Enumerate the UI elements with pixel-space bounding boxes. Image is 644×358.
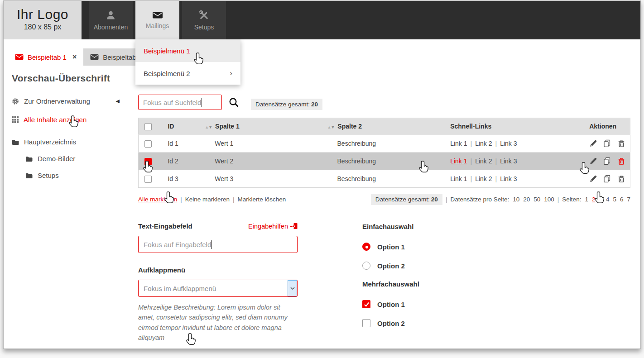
radio-label: Option 2 xyxy=(377,262,405,270)
text-input[interactable]: Fokus auf Eingabefeld xyxy=(138,236,298,253)
logo: Ihr Logo 180 x 85 px xyxy=(4,1,82,39)
delete-icon-hovered[interactable] xyxy=(617,157,625,165)
separator: | xyxy=(233,196,235,203)
per-page-label: Datensätze pro Seite: xyxy=(450,196,509,203)
main-panel: Fokus auf Suchfeld Datensätze gesamt:20 … xyxy=(134,66,640,349)
page-number[interactable]: 1 xyxy=(585,196,588,203)
logo-subtitle: 180 x 85 px xyxy=(4,23,82,31)
page-number[interactable]: 3 xyxy=(599,196,602,203)
input-helper-link[interactable]: Eingabehilfen xyxy=(248,223,298,230)
main-nav: Abonnenten Mailings Setups xyxy=(89,1,226,39)
delete-marked-link[interactable]: Markierte löschen xyxy=(238,196,286,203)
grid-icon xyxy=(12,116,19,123)
table-row[interactable]: Id 1 Wert 1 Beschreibung Link 1|Link 2|L… xyxy=(139,135,630,153)
envelope-icon xyxy=(152,11,163,19)
separator: | xyxy=(495,175,497,182)
close-icon[interactable]: × xyxy=(72,53,77,61)
nav-item-abonnenten[interactable]: Abonnenten xyxy=(89,1,133,39)
page-number[interactable]: 7 xyxy=(627,196,630,203)
quick-link-hovered[interactable]: Link 1 xyxy=(450,158,467,165)
separator: | xyxy=(495,158,497,165)
edit-icon[interactable] xyxy=(589,175,597,183)
per-page-option[interactable]: 20 xyxy=(523,196,530,203)
check-icon xyxy=(364,302,370,307)
copy-icon[interactable] xyxy=(603,175,611,183)
sort-arrows-icon[interactable]: ▲▼ xyxy=(327,125,335,129)
pagination: Datensätze gesamt:20 | Datensätze pro Se… xyxy=(371,194,630,205)
delete-icon[interactable] xyxy=(617,175,625,183)
menu-item-label: Beispielmenü 2 xyxy=(144,70,190,77)
table-row-selected[interactable]: Id 2 Wert 2 Beschreibung Link 1|Link 2|L… xyxy=(139,153,630,170)
quick-link[interactable]: Link 2 xyxy=(475,140,492,147)
quick-link[interactable]: Link 1 xyxy=(450,175,467,182)
sort-arrows-icon[interactable]: ▲▼ xyxy=(205,125,212,129)
collapse-arrow-icon[interactable]: ◀ xyxy=(116,98,120,104)
radio-option-2[interactable]: Option 2 xyxy=(362,261,419,270)
per-page-option[interactable]: 50 xyxy=(533,196,540,203)
search-icon[interactable] xyxy=(229,97,239,108)
checkbox-checked[interactable] xyxy=(362,300,370,308)
nav-item-setups[interactable]: Setups xyxy=(182,1,226,39)
copy-icon[interactable] xyxy=(603,157,611,165)
menu-item-beispielmenu-2[interactable]: Beispielmenü 2 › xyxy=(135,62,240,85)
copy-icon[interactable] xyxy=(603,139,611,148)
tab-beispieltab-1[interactable]: Beispieltab 1 × xyxy=(8,48,83,66)
record-count-value: 20 xyxy=(431,196,438,203)
quick-link[interactable]: Link 2 xyxy=(475,158,492,165)
edit-icon[interactable] xyxy=(589,157,597,165)
page-number[interactable]: 4 xyxy=(606,196,610,203)
sidebar-item-alle-inhalte[interactable]: Alle Inhalte anzeigen xyxy=(12,116,120,124)
record-count-label: Datensätze gesamt: xyxy=(255,101,310,108)
delete-icon[interactable] xyxy=(617,139,625,148)
column-header-spalte2[interactable]: ▲▼Spalte 2 xyxy=(322,118,450,135)
checkbox-option-2[interactable]: Option 2 xyxy=(362,319,419,328)
quick-link[interactable]: Link 3 xyxy=(500,175,517,182)
page-number[interactable]: 6 xyxy=(620,196,624,203)
quick-link[interactable]: Link 3 xyxy=(500,140,517,147)
nav-label: Setups xyxy=(194,24,214,31)
sidebar-item-ordnerverwaltung[interactable]: Zur Ordnerverwaltung ◀ xyxy=(12,97,120,105)
quick-link[interactable]: Link 2 xyxy=(475,175,492,182)
select-none-link[interactable]: Keine markieren xyxy=(185,196,230,203)
nav-item-mailings[interactable]: Mailings xyxy=(135,1,179,39)
select-all-link[interactable]: Alle markieren xyxy=(138,196,177,203)
sidebar-item-label: Alle Inhalte anzeigen xyxy=(24,116,87,124)
select-all-checkbox[interactable] xyxy=(144,123,152,130)
submenu-chevron-icon: › xyxy=(230,69,232,78)
checkbox-unchecked[interactable] xyxy=(362,319,370,327)
per-page-option[interactable]: 10 xyxy=(513,196,519,203)
sidebar: Vorschau-Überschrift Zur Ordnerverwaltun… xyxy=(4,66,134,349)
menu-item-beispielmenu-1[interactable]: Beispielmenü 1 xyxy=(135,39,240,62)
text-caret xyxy=(202,98,202,107)
radio-selected[interactable] xyxy=(362,243,370,251)
radio-option-1[interactable]: Option 1 xyxy=(362,242,419,251)
row-checkbox[interactable] xyxy=(144,176,152,183)
tree-item-hauptverzeichnis[interactable]: Hauptverzeichnis xyxy=(12,138,134,146)
search-input[interactable]: Fokus auf Suchfeld xyxy=(138,95,222,110)
separator: | xyxy=(557,196,559,203)
quick-link[interactable]: Link 1 xyxy=(450,140,467,147)
checkbox-option-1[interactable]: Option 1 xyxy=(362,300,419,309)
nav-label: Abonnenten xyxy=(94,24,128,31)
row-checkbox-checked[interactable] xyxy=(144,158,152,165)
table-footer: Alle markieren | Keine markieren | Marki… xyxy=(138,194,630,205)
column-header-id[interactable]: ID xyxy=(162,118,199,135)
cell-spalte2: Beschreibung xyxy=(322,170,450,188)
dropdown-select[interactable]: Fokus im Aufklappmenü xyxy=(138,280,298,297)
mailings-dropdown: Beispielmenü 1 Beispielmenü 2 › xyxy=(135,39,240,85)
per-page-option[interactable]: 100 xyxy=(544,196,554,203)
radio-unselected[interactable] xyxy=(362,262,370,270)
cell-actions xyxy=(588,170,630,188)
separator: | xyxy=(446,196,447,203)
row-checkbox[interactable] xyxy=(144,140,152,148)
table-row[interactable]: Id 3 Wert 3 Beschreibung Link 1|Link 2|L… xyxy=(139,170,630,188)
page-number-active[interactable]: 2 xyxy=(592,196,596,203)
tree-item-demo-bilder[interactable]: Demo-Bilder xyxy=(25,155,134,162)
edit-icon[interactable] xyxy=(589,139,597,148)
quick-link[interactable]: Link 3 xyxy=(500,158,517,165)
select-value: Fokus im Aufklappmenü xyxy=(144,285,216,292)
tree-item-setups[interactable]: Setups xyxy=(25,172,134,179)
select-arrow-button[interactable] xyxy=(288,280,297,296)
column-header-spalte1[interactable]: ▲▼Spalte 1 xyxy=(199,118,322,135)
page-number[interactable]: 5 xyxy=(613,196,616,203)
